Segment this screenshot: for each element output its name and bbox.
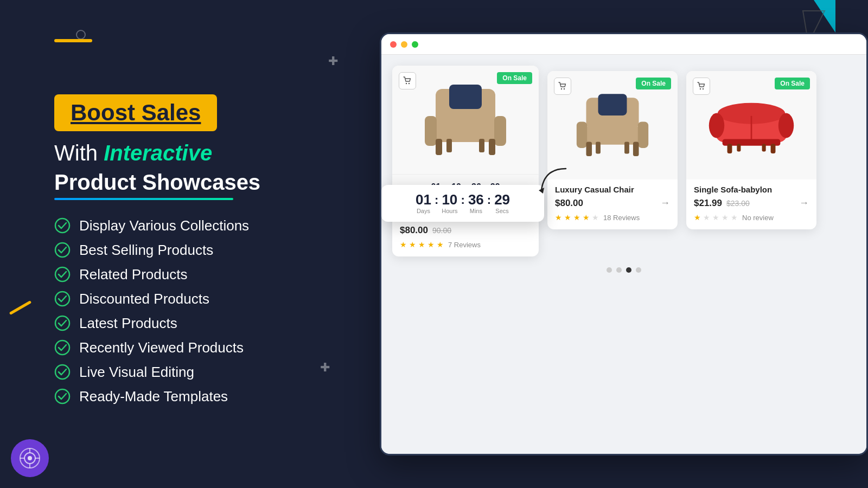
browser-content: On Sale xyxy=(381,55,866,454)
feature-text-2: Best Selling Products xyxy=(79,242,213,259)
star-1-1: ★ xyxy=(400,240,407,249)
dot-1[interactable] xyxy=(607,267,612,273)
headline-line2: Product Showcases xyxy=(54,170,326,195)
svg-point-9 xyxy=(55,389,69,403)
star-1-5: ★ xyxy=(437,240,444,249)
feature-text-5: Latest Products xyxy=(79,315,177,332)
feature-item-8: Ready-Made Templates xyxy=(54,388,326,405)
star-1-2: ★ xyxy=(409,240,416,249)
star-3-4: ★ xyxy=(722,213,729,222)
svg-rect-19 xyxy=(446,139,452,152)
svg-point-3 xyxy=(55,243,69,257)
cd-popup-sep1: : xyxy=(435,193,438,207)
cd-popup-sep2: : xyxy=(461,193,465,207)
svg-point-10 xyxy=(406,83,407,84)
product-card-1: On Sale xyxy=(392,66,539,256)
price-old-3: $23.00 xyxy=(726,199,750,208)
product-card-3-body: Single Sofa-babylon $21.99 $23.00 → ★ ★ … xyxy=(686,179,816,229)
svg-rect-24 xyxy=(598,94,627,115)
cart-icon-3[interactable] xyxy=(693,78,710,95)
on-sale-badge-3: On Sale xyxy=(775,78,810,89)
browser-dot-green xyxy=(412,41,418,48)
star-2-1: ★ xyxy=(555,213,562,222)
svg-rect-40 xyxy=(727,144,732,153)
with-text: With xyxy=(54,141,98,165)
products-container: On Sale xyxy=(392,66,856,256)
reviews-count-3: No review xyxy=(742,214,774,222)
browser-dot-red xyxy=(390,41,397,48)
star-2-2: ★ xyxy=(564,213,571,222)
check-icon-2 xyxy=(54,242,71,258)
logo-icon xyxy=(18,446,42,470)
star-3-1: ★ xyxy=(694,213,701,222)
price-current-1: $80.00 xyxy=(400,225,428,236)
star-3-5: ★ xyxy=(731,213,738,222)
countdown-popup: 01 Days : 10 Hours : 36 Mins xyxy=(381,185,544,222)
svg-rect-20 xyxy=(479,139,484,152)
svg-point-6 xyxy=(55,316,69,330)
pagination-dots xyxy=(392,267,856,273)
feature-item-6: Recently Viewed Products xyxy=(54,339,326,356)
svg-point-22 xyxy=(564,88,565,89)
underline-decoration xyxy=(54,198,233,200)
dot-2[interactable] xyxy=(616,267,622,273)
star-2-5: ★ xyxy=(592,213,599,222)
svg-rect-15 xyxy=(425,116,437,146)
stars-row-1: ★ ★ ★ ★ ★ 7 Reviews xyxy=(400,240,531,249)
product-card-1-image-area: On Sale xyxy=(392,66,539,174)
arrow-right-2: → xyxy=(660,197,670,209)
check-icon-6 xyxy=(54,339,71,356)
svg-rect-41 xyxy=(771,144,776,153)
product-card-3-image-area: On Sale xyxy=(686,71,816,179)
svg-rect-18 xyxy=(489,139,495,155)
feature-text-8: Ready-Made Templates xyxy=(79,388,228,405)
star-1-4: ★ xyxy=(427,240,435,249)
feature-item-5: Latest Products xyxy=(54,315,326,332)
star-2-3: ★ xyxy=(573,213,580,222)
price-row-1: $80.00 90.00 xyxy=(400,225,531,236)
svg-rect-13 xyxy=(449,85,482,109)
dot-3-active[interactable] xyxy=(626,267,631,273)
check-icon-8 xyxy=(54,388,71,404)
feature-text-6: Recently Viewed Products xyxy=(79,339,244,356)
svg-rect-26 xyxy=(577,121,587,148)
feature-item-2: Best Selling Products xyxy=(54,242,326,259)
svg-point-32 xyxy=(700,88,701,89)
interactive-text: Interactive xyxy=(104,141,212,165)
svg-point-5 xyxy=(55,292,69,306)
feature-text-1: Display Various Collections xyxy=(79,217,249,234)
arrow-right-3: → xyxy=(799,197,809,209)
cart-icon-1[interactable] xyxy=(399,72,416,89)
left-content-panel: Boost Sales With Interactive Product Sho… xyxy=(0,0,358,488)
cd-popup-sep3: : xyxy=(487,193,491,207)
svg-rect-43 xyxy=(762,144,766,151)
star-1-3: ★ xyxy=(418,240,425,249)
headline-with: With Interactive xyxy=(54,140,326,166)
cd-popup-mins: 36 Mins xyxy=(468,192,484,214)
dot-4[interactable] xyxy=(636,267,641,273)
feature-item-7: Live Visual Editing xyxy=(54,364,326,381)
svg-rect-42 xyxy=(737,144,741,151)
svg-point-2 xyxy=(55,219,69,233)
chair-tan-svg-1 xyxy=(419,78,512,162)
svg-point-36 xyxy=(709,113,724,138)
svg-point-37 xyxy=(778,113,794,138)
svg-point-4 xyxy=(55,267,69,281)
star-2-4: ★ xyxy=(583,213,590,222)
cart-icon-2[interactable] xyxy=(554,78,571,95)
svg-rect-30 xyxy=(596,142,601,153)
cd-popup-days: 01 Days xyxy=(416,192,431,214)
check-icon-3 xyxy=(54,266,71,282)
check-icon-4 xyxy=(54,291,71,307)
products-row: On Sale xyxy=(392,66,856,256)
star-3-3: ★ xyxy=(712,213,719,222)
check-icon-1 xyxy=(54,217,71,234)
stars-row-2: ★ ★ ★ ★ ★ 18 Reviews xyxy=(555,213,670,222)
price-old-1: 90.00 xyxy=(432,226,451,235)
svg-rect-31 xyxy=(624,142,629,153)
browser-dot-yellow xyxy=(401,41,407,48)
curved-arrow xyxy=(533,163,577,207)
svg-marker-0 xyxy=(814,0,835,33)
svg-rect-16 xyxy=(494,116,506,146)
boost-badge: Boost Sales xyxy=(54,94,217,131)
